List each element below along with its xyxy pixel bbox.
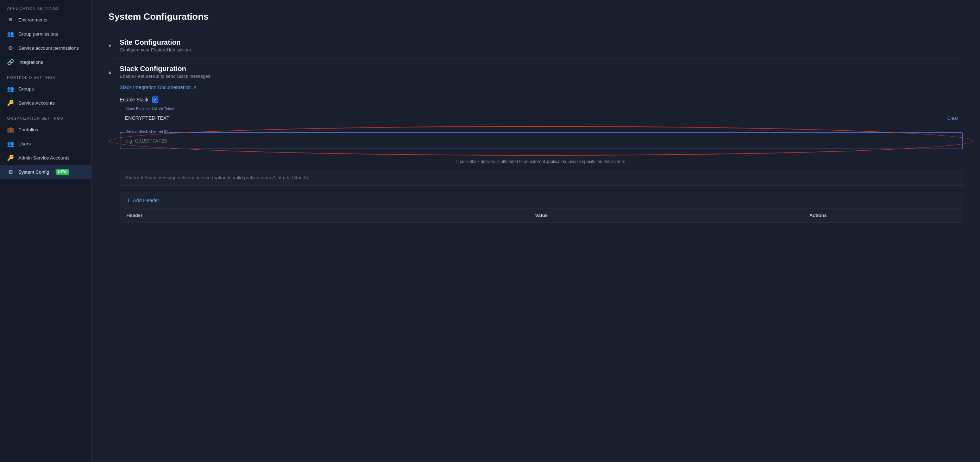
environments-icon: ≡ [7, 16, 14, 23]
col-actions-header: Actions [680, 213, 956, 218]
sidebar-item-integrations[interactable]: 🔗Integrations [0, 55, 91, 69]
col-header-header: Header [126, 213, 403, 218]
sidebar-item-label-environments: Environments [18, 17, 48, 22]
slack-doc-link[interactable]: Slack Integration Documentation ↗ [120, 84, 197, 90]
sidebar-item-system-config[interactable]: ⚙System ConfigNEW [0, 165, 91, 179]
slack-doc-link-icon: ↗ [192, 84, 197, 90]
add-header-label: Add Header [133, 198, 159, 203]
slack-config-title: Slack Configuration [120, 65, 210, 73]
site-config-header[interactable]: ▾ Site Configuration Configure your Feat… [108, 32, 963, 58]
slack-config-header[interactable]: ▴ Slack Configuration Enable FeatureHub … [108, 59, 963, 84]
sidebar-item-label-integrations: Integrations [18, 59, 43, 65]
groups-icon: 👥 [7, 85, 14, 92]
site-config-title-block: Site Configuration Configure your Featur… [120, 38, 191, 53]
main-content: System Configurations ▾ Site Configurati… [92, 0, 980, 462]
add-header-bar[interactable]: + Add Header [120, 192, 963, 209]
col-value-header: Value [403, 213, 680, 218]
slack-doc-link-label: Slack Integration Documentation [120, 84, 191, 90]
system-config-icon: ⚙ [7, 168, 14, 175]
site-config-subtitle: Configure your FeatureHub system [120, 47, 191, 53]
channel-field-label: Default Slack channel ID [124, 129, 169, 134]
sidebar-item-label-service-account-permissions: Service account permissions [18, 45, 79, 51]
sidebar-item-admin-service-accounts[interactable]: 🔑Admin Service Accounts [0, 151, 91, 165]
sidebar-section-label-portfolio-settings: Portfolio Settings [0, 69, 91, 82]
token-field-label: Slack Bot User OAuth Token [124, 107, 176, 111]
service-account-permissions-icon: ⚙ [7, 45, 14, 51]
enable-slack-row: Enable Slack [120, 97, 963, 103]
slack-config-section: ▴ Slack Configuration Enable FeatureHub … [108, 59, 963, 231]
group-permissions-icon: 👥 [7, 30, 14, 37]
token-input[interactable] [120, 110, 963, 126]
headers-table-header: Header Value Actions [120, 209, 963, 222]
sidebar-item-service-account-permissions[interactable]: ⚙Service account permissions [0, 41, 91, 55]
token-field-wrapper: Slack Bot User OAuth Token Clear [120, 110, 963, 126]
slack-config-subtitle: Enable FeatureHub to send Slack messages [120, 73, 210, 79]
integrations-icon: 🔗 [7, 59, 14, 65]
sidebar-item-label-group-permissions: Group permissions [18, 31, 58, 37]
site-config-chevron: ▾ [108, 42, 115, 49]
sidebar-item-label-admin-service-accounts: Admin Service Accounts [18, 155, 70, 161]
sidebar-item-portfolios[interactable]: 💼Portfolios [0, 123, 91, 137]
slack-config-title-block: Slack Configuration Enable FeatureHub to… [120, 65, 210, 79]
sidebar: Application Settings≡Environments👥Group … [0, 0, 92, 462]
site-config-title: Site Configuration [120, 38, 191, 46]
sidebar-item-label-system-config: System Config [18, 169, 49, 175]
external-service-input[interactable] [120, 170, 963, 186]
slack-hint: If your Slack delivery is offloaded to a… [120, 159, 963, 164]
sidebar-item-label-groups: Groups [18, 86, 34, 92]
sidebar-item-groups[interactable]: 👥Groups [0, 82, 91, 96]
sidebar-item-group-permissions[interactable]: 👥Group permissions [0, 27, 91, 41]
sidebar-item-service-accounts[interactable]: 🔑Service Accounts [0, 96, 91, 110]
channel-input[interactable] [120, 132, 963, 149]
sidebar-section-label-organization-settings: Organization Settings [0, 110, 91, 123]
slack-config-chevron: ▴ [108, 69, 115, 75]
sidebar-item-users[interactable]: 👥Users [0, 137, 91, 151]
page-title: System Configurations [108, 11, 963, 22]
slack-config-content: Slack Integration Documentation ↗ Enable… [108, 84, 963, 231]
channel-field-wrapper: Default Slack channel ID [120, 132, 963, 149]
service-accounts-icon: 🔑 [7, 99, 14, 106]
sidebar-item-label-users: Users [18, 141, 30, 147]
admin-service-accounts-icon: 🔑 [7, 154, 14, 161]
enable-slack-checkbox[interactable] [152, 97, 158, 103]
add-header-plus-icon: + [126, 196, 130, 204]
sidebar-item-environments[interactable]: ≡Environments [0, 13, 91, 27]
site-config-section: ▾ Site Configuration Configure your Feat… [108, 32, 963, 59]
enable-slack-label: Enable Slack [120, 97, 148, 102]
add-header-section: + Add Header Header Value Actions [120, 192, 963, 223]
portfolios-icon: 💼 [7, 126, 14, 133]
users-icon: 👥 [7, 140, 14, 147]
sidebar-item-label-service-accounts: Service Accounts [18, 100, 55, 106]
token-clear-button[interactable]: Clear [947, 116, 958, 121]
sidebar-item-label-portfolios: Portfolios [18, 127, 38, 132]
sidebar-section-label-application-settings: Application Settings [0, 0, 91, 13]
system-config-badge: NEW [56, 169, 69, 175]
